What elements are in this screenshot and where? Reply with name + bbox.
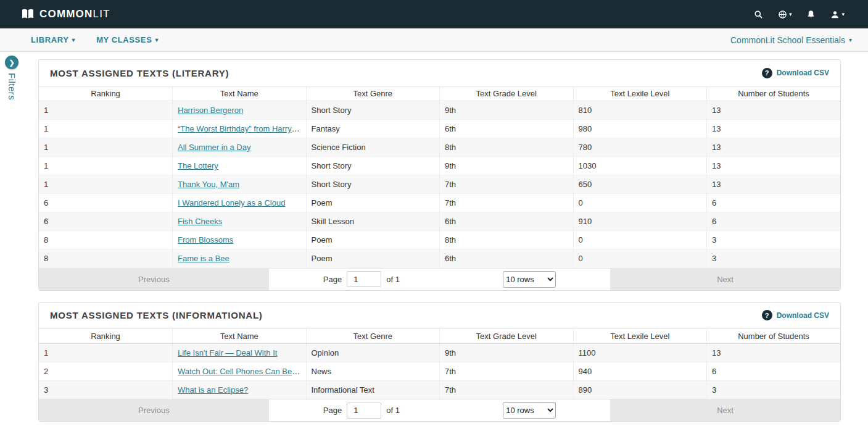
- nav-library[interactable]: LIBRARY ▾: [31, 35, 75, 44]
- rows-per-page-select[interactable]: 10 rows: [503, 402, 556, 419]
- user-icon: [830, 10, 840, 19]
- text-link[interactable]: “The Worst Birthday” from Harry P...: [178, 124, 305, 133]
- page-label: Page: [323, 406, 342, 415]
- table-cell: 1: [39, 175, 173, 194]
- page-group: Page of 1: [323, 403, 400, 419]
- table-cell: Poem: [306, 194, 440, 212]
- text-link[interactable]: The Lottery: [178, 161, 218, 170]
- table-cell: 8th: [440, 138, 574, 157]
- table-cell: 6: [707, 194, 841, 212]
- nav-my-classes-label: MY CLASSES: [96, 35, 152, 44]
- table-cell: 13: [707, 157, 841, 175]
- school-selector-label: CommonLit School Essentials: [730, 35, 845, 45]
- table-cell: 8th: [440, 231, 574, 249]
- text-link[interactable]: Harrison Bergeron: [178, 106, 243, 115]
- literary-table: Ranking Text Name Text Genre Text Grade …: [39, 86, 840, 268]
- text-name-cell: Harrison Bergeron: [173, 101, 307, 120]
- table-header-row: Ranking Text Name Text Genre Text Grade …: [39, 86, 840, 101]
- text-link[interactable]: Fame is a Bee: [178, 254, 229, 263]
- text-link[interactable]: All Summer in a Day: [178, 143, 250, 152]
- user-menu[interactable]: ▾: [830, 10, 845, 19]
- table-cell: 7th: [440, 380, 574, 399]
- filters-rail: ❯ Filters: [4, 56, 20, 100]
- table-cell: 2: [39, 362, 173, 380]
- table-row: 2Watch Out: Cell Phones Can Be Add...New…: [39, 362, 840, 380]
- table-cell: Science Fiction: [306, 138, 440, 157]
- secondary-nav: LIBRARY ▾ MY CLASSES ▾ CommonLit School …: [0, 28, 868, 52]
- table-cell: Short Story: [306, 101, 440, 120]
- text-name-cell: Thank You, M'am: [173, 175, 307, 194]
- page-number-input[interactable]: [347, 271, 381, 287]
- table-row: 1Life Isn't Fair — Deal With ItOpinion9t…: [39, 343, 840, 362]
- table-cell: 910: [573, 212, 707, 231]
- help-icon[interactable]: ?: [762, 68, 772, 78]
- search-icon[interactable]: [754, 10, 763, 19]
- table-cell: Informational Text: [306, 380, 440, 399]
- school-selector[interactable]: CommonLit School Essentials ▾: [730, 35, 852, 45]
- previous-page-button[interactable]: Previous: [39, 269, 269, 290]
- column-header-text-name: Text Name: [173, 86, 307, 101]
- text-link[interactable]: From Blossoms: [178, 235, 233, 245]
- chevron-down-icon: ▾: [841, 11, 845, 17]
- table-cell: 7th: [440, 194, 574, 212]
- column-header-grade-level: Text Grade Level: [440, 328, 574, 343]
- page-label: Page: [323, 275, 342, 284]
- download-group: ? Download CSV: [762, 68, 829, 78]
- download-csv-link[interactable]: Download CSV: [777, 311, 829, 320]
- text-name-cell: Fame is a Bee: [173, 249, 307, 268]
- page-number-input[interactable]: [347, 403, 381, 419]
- text-link[interactable]: Life Isn't Fair — Deal With It: [178, 348, 277, 357]
- table-row: 8Fame is a BeePoem6th03: [39, 249, 840, 268]
- panel-informational: MOST ASSIGNED TEXTS (INFORMATIONAL) ? Do…: [38, 302, 841, 422]
- text-link[interactable]: Fish Cheeks: [178, 217, 222, 226]
- table-cell: Fantasy: [306, 120, 440, 138]
- table-cell: 810: [573, 101, 707, 120]
- table-cell: 0: [573, 194, 707, 212]
- table-cell: 890: [573, 380, 707, 399]
- table-row: 8From BlossomsPoem8th03: [39, 231, 840, 249]
- table-cell: 6th: [440, 120, 574, 138]
- text-link[interactable]: I Wandered Lonely as a Cloud: [178, 198, 285, 207]
- rows-per-page-select[interactable]: 10 rows: [503, 271, 556, 288]
- table-cell: 1: [39, 343, 173, 362]
- table-cell: 980: [573, 120, 707, 138]
- table-cell: Poem: [306, 249, 440, 268]
- nav-my-classes[interactable]: MY CLASSES ▾: [96, 35, 159, 44]
- table-cell: 1: [39, 138, 173, 157]
- text-link[interactable]: Thank You, M'am: [178, 180, 239, 189]
- table-cell: 13: [707, 138, 841, 157]
- main-content: MOST ASSIGNED TEXTS (LITERARY) ? Downloa…: [0, 52, 868, 422]
- download-group: ? Download CSV: [762, 310, 829, 320]
- brand-text: COMMONLIT: [39, 8, 110, 20]
- text-name-cell: Watch Out: Cell Phones Can Be Add...: [173, 362, 307, 380]
- table-cell: 8: [39, 231, 173, 249]
- next-page-button[interactable]: Next: [610, 399, 840, 421]
- column-header-text-genre: Text Genre: [306, 86, 440, 101]
- text-link[interactable]: What is an Eclipse?: [178, 385, 248, 395]
- topbar-icons: ▾ ▾: [754, 10, 845, 19]
- globe-menu[interactable]: ▾: [778, 10, 792, 19]
- help-icon[interactable]: ?: [762, 310, 772, 320]
- page-of-label: of 1: [386, 275, 400, 284]
- pagination-bar: Previous Page of 1 10 rows Next: [39, 399, 840, 421]
- text-name-cell: From Blossoms: [173, 231, 307, 249]
- table-cell: Opinion: [306, 343, 440, 362]
- filters-expand-button[interactable]: ❯: [5, 56, 19, 69]
- column-header-lexile-level: Text Lexile Level: [573, 86, 707, 101]
- commonlit-logo[interactable]: COMMONLIT: [21, 8, 110, 20]
- column-header-lexile-level: Text Lexile Level: [573, 328, 707, 343]
- text-link[interactable]: Watch Out: Cell Phones Can Be Add...: [178, 367, 306, 376]
- next-page-button[interactable]: Next: [610, 269, 840, 290]
- table-cell: 7th: [440, 175, 574, 194]
- table-cell: 0: [573, 249, 707, 268]
- table-cell: Skill Lesson: [306, 212, 440, 231]
- text-name-cell: “The Worst Birthday” from Harry P...: [173, 120, 307, 138]
- previous-page-button[interactable]: Previous: [39, 399, 269, 421]
- download-csv-link[interactable]: Download CSV: [777, 69, 829, 77]
- column-header-ranking: Ranking: [39, 328, 173, 343]
- table-cell: 1: [39, 101, 173, 120]
- table-cell: 940: [573, 362, 707, 380]
- notifications-bell-icon[interactable]: [806, 10, 816, 19]
- table-cell: 6: [707, 212, 841, 231]
- table-cell: 8: [39, 249, 173, 268]
